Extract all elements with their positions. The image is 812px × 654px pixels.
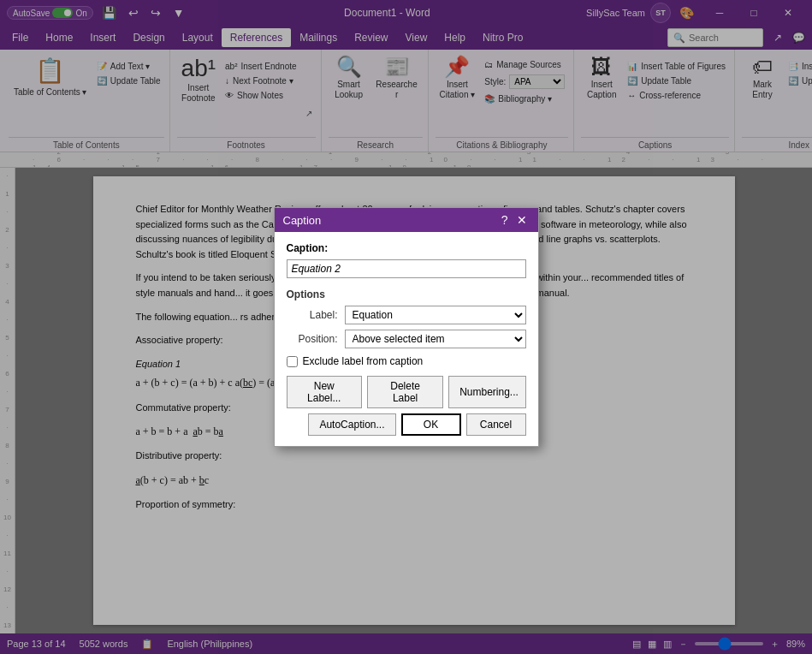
dialog-button-row-1: New Label... Delete Label Numbering...: [287, 376, 526, 408]
ok-button[interactable]: OK: [401, 413, 461, 436]
label-dropdown[interactable]: Equation Figure Table: [345, 306, 526, 324]
exclude-label-text[interactable]: Exclude label from caption: [303, 355, 424, 367]
label-field-label: Label:: [287, 309, 338, 321]
numbering-button[interactable]: Numbering...: [448, 376, 525, 408]
position-field-label: Position:: [287, 333, 338, 345]
position-row: Position: Above selected item Below sele…: [287, 330, 526, 348]
modal-overlay: Caption ? ✕ Caption: Options Label: Equa…: [0, 0, 812, 633]
dialog-close-button[interactable]: ✕: [514, 213, 530, 227]
caption-input[interactable]: [287, 259, 526, 278]
options-section-label: Options: [287, 288, 526, 300]
cancel-button[interactable]: Cancel: [466, 413, 526, 436]
exclude-label-checkbox[interactable]: [287, 356, 298, 367]
dialog-header: Caption ? ✕: [275, 208, 538, 232]
caption-field-label: Caption:: [287, 242, 526, 254]
dialog-body: Caption: Options Label: Equation Figure …: [275, 232, 538, 446]
auto-caption-button[interactable]: AutoCaption...: [308, 413, 395, 436]
dialog-help-button[interactable]: ?: [499, 213, 511, 227]
options-section: Options Label: Equation Figure Table Pos…: [287, 288, 526, 348]
new-label-button[interactable]: New Label...: [287, 376, 363, 408]
caption-dialog: Caption ? ✕ Caption: Options Label: Equa…: [274, 207, 539, 447]
delete-label-button[interactable]: Delete Label: [367, 376, 443, 408]
dialog-header-icons: ? ✕: [499, 213, 530, 227]
position-dropdown[interactable]: Above selected item Below selected item: [345, 330, 526, 348]
label-row: Label: Equation Figure Table: [287, 306, 526, 324]
dialog-title: Caption: [283, 214, 322, 227]
dialog-button-row-2: AutoCaption... OK Cancel: [287, 413, 526, 436]
exclude-label-row: Exclude label from caption: [287, 355, 526, 367]
